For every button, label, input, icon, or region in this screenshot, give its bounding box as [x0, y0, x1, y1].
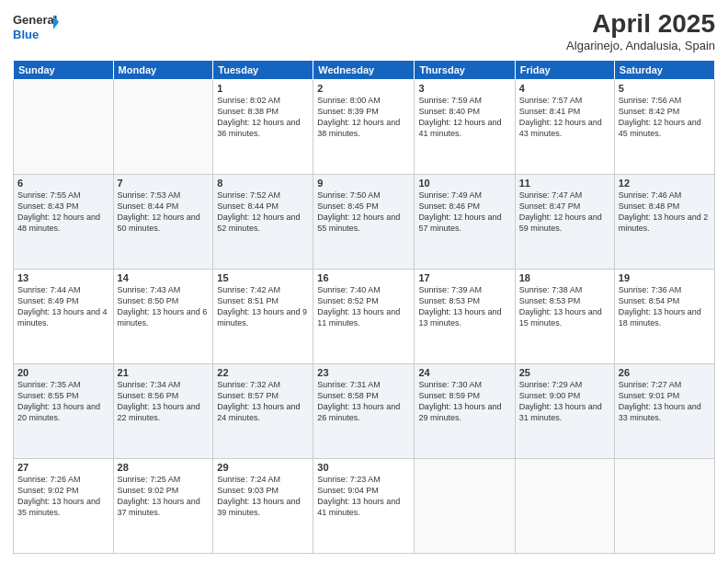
daylight-text: Daylight: 13 hours and 22 minutes.	[118, 402, 200, 422]
sunset-text: Sunset: 8:58 PM	[317, 391, 379, 400]
daylight-text: Daylight: 13 hours and 18 minutes.	[619, 307, 701, 327]
daylight-text: Daylight: 13 hours and 39 minutes.	[217, 497, 300, 517]
sunset-text: Sunset: 9:02 PM	[17, 486, 79, 495]
day-info: Sunrise: 8:00 AM Sunset: 8:39 PM Dayligh…	[317, 95, 410, 140]
daylight-text: Daylight: 13 hours and 37 minutes.	[118, 497, 200, 517]
daylight-text: Daylight: 12 hours and 57 minutes.	[418, 213, 501, 233]
day-info: Sunrise: 7:30 AM Sunset: 8:59 PM Dayligh…	[418, 379, 510, 424]
table-row: 4 Sunrise: 7:57 AM Sunset: 8:41 PM Dayli…	[515, 80, 614, 175]
sunrise-text: Sunrise: 7:29 AM	[519, 380, 583, 389]
day-number: 16	[317, 272, 410, 283]
calendar-week-row: 13 Sunrise: 7:44 AM Sunset: 8:49 PM Dayl…	[14, 270, 715, 364]
table-row: 19 Sunrise: 7:36 AM Sunset: 8:54 PM Dayl…	[614, 270, 714, 364]
day-info: Sunrise: 7:29 AM Sunset: 9:00 PM Dayligh…	[519, 379, 610, 424]
table-row: 12 Sunrise: 7:46 AM Sunset: 8:48 PM Dayl…	[614, 175, 714, 270]
day-number: 26	[619, 367, 711, 378]
day-info: Sunrise: 7:43 AM Sunset: 8:50 PM Dayligh…	[118, 284, 210, 329]
sunset-text: Sunset: 8:53 PM	[519, 296, 581, 305]
sunrise-text: Sunrise: 7:59 AM	[418, 96, 482, 105]
table-row: 2 Sunrise: 8:00 AM Sunset: 8:39 PM Dayli…	[313, 80, 415, 175]
day-number: 11	[519, 178, 610, 189]
table-row: 11 Sunrise: 7:47 AM Sunset: 8:47 PM Dayl…	[515, 175, 614, 270]
daylight-text: Daylight: 13 hours and 33 minutes.	[619, 402, 701, 422]
day-info: Sunrise: 7:35 AM Sunset: 8:55 PM Dayligh…	[17, 379, 109, 424]
table-row: 16 Sunrise: 7:40 AM Sunset: 8:52 PM Dayl…	[313, 270, 415, 364]
daylight-text: Daylight: 13 hours and 20 minutes.	[17, 402, 100, 422]
sunrise-text: Sunrise: 7:38 AM	[519, 285, 583, 294]
sunset-text: Sunset: 9:02 PM	[118, 486, 179, 495]
sunset-text: Sunset: 8:59 PM	[418, 391, 480, 400]
sunset-text: Sunset: 8:38 PM	[217, 107, 279, 116]
day-number: 29	[217, 462, 309, 473]
sunset-text: Sunset: 8:54 PM	[619, 296, 680, 305]
table-row: 26 Sunrise: 7:27 AM Sunset: 9:01 PM Dayl…	[614, 364, 714, 459]
sunrise-text: Sunrise: 7:57 AM	[519, 96, 583, 105]
daylight-text: Daylight: 13 hours and 35 minutes.	[17, 497, 100, 517]
table-row: 29 Sunrise: 7:24 AM Sunset: 9:03 PM Dayl…	[213, 459, 313, 554]
sunset-text: Sunset: 8:39 PM	[317, 107, 379, 116]
sunset-text: Sunset: 8:44 PM	[118, 201, 179, 211]
sunset-text: Sunset: 8:43 PM	[17, 201, 79, 211]
day-info: Sunrise: 7:57 AM Sunset: 8:41 PM Dayligh…	[519, 95, 610, 140]
table-row: 22 Sunrise: 7:32 AM Sunset: 8:57 PM Dayl…	[213, 364, 313, 459]
day-info: Sunrise: 7:25 AM Sunset: 9:02 PM Dayligh…	[118, 474, 210, 519]
sunset-text: Sunset: 8:40 PM	[418, 107, 480, 116]
svg-text:Blue: Blue	[13, 28, 39, 41]
day-number: 6	[17, 178, 109, 189]
sunset-text: Sunset: 9:04 PM	[317, 486, 379, 495]
sunrise-text: Sunrise: 7:32 AM	[217, 380, 280, 389]
sunrise-text: Sunrise: 7:34 AM	[118, 380, 181, 389]
sunrise-text: Sunrise: 7:56 AM	[619, 96, 682, 105]
table-row: 7 Sunrise: 7:53 AM Sunset: 8:44 PM Dayli…	[113, 175, 213, 270]
sunrise-text: Sunrise: 7:46 AM	[619, 190, 682, 200]
daylight-text: Daylight: 13 hours and 26 minutes.	[317, 402, 400, 422]
day-number: 20	[17, 367, 109, 378]
daylight-text: Daylight: 13 hours and 11 minutes.	[317, 307, 400, 327]
day-info: Sunrise: 7:59 AM Sunset: 8:40 PM Dayligh…	[418, 95, 510, 140]
sunset-text: Sunset: 8:50 PM	[118, 296, 179, 305]
col-thursday: Thursday	[415, 61, 515, 80]
daylight-text: Daylight: 12 hours and 43 minutes.	[519, 118, 602, 138]
day-number: 4	[519, 83, 610, 94]
sunset-text: Sunset: 9:03 PM	[217, 486, 279, 495]
calendar-week-row: 20 Sunrise: 7:35 AM Sunset: 8:55 PM Dayl…	[14, 364, 715, 459]
calendar-week-row: 6 Sunrise: 7:55 AM Sunset: 8:43 PM Dayli…	[14, 175, 715, 270]
day-number: 15	[217, 272, 309, 283]
sunrise-text: Sunrise: 7:25 AM	[118, 475, 181, 484]
table-row: 14 Sunrise: 7:43 AM Sunset: 8:50 PM Dayl…	[113, 270, 213, 364]
day-info: Sunrise: 7:53 AM Sunset: 8:44 PM Dayligh…	[118, 190, 210, 235]
sunrise-text: Sunrise: 8:00 AM	[317, 96, 381, 105]
daylight-text: Daylight: 12 hours and 41 minutes.	[418, 118, 501, 138]
day-info: Sunrise: 7:55 AM Sunset: 8:43 PM Dayligh…	[17, 190, 109, 235]
sunset-text: Sunset: 8:51 PM	[217, 296, 279, 305]
table-row: 5 Sunrise: 7:56 AM Sunset: 8:42 PM Dayli…	[614, 80, 714, 175]
sunrise-text: Sunrise: 7:27 AM	[619, 380, 682, 389]
daylight-text: Daylight: 13 hours and 29 minutes.	[418, 402, 501, 422]
day-info: Sunrise: 7:34 AM Sunset: 8:56 PM Dayligh…	[118, 379, 210, 424]
day-info: Sunrise: 7:23 AM Sunset: 9:04 PM Dayligh…	[317, 474, 410, 519]
sunset-text: Sunset: 9:00 PM	[519, 391, 581, 400]
sunrise-text: Sunrise: 7:49 AM	[418, 190, 482, 200]
day-info: Sunrise: 7:38 AM Sunset: 8:53 PM Dayligh…	[519, 284, 610, 329]
day-info: Sunrise: 7:31 AM Sunset: 8:58 PM Dayligh…	[317, 379, 410, 424]
day-info: Sunrise: 7:46 AM Sunset: 8:48 PM Dayligh…	[619, 190, 711, 235]
calendar: Sunday Monday Tuesday Wednesday Thursday…	[13, 60, 715, 554]
table-row: 6 Sunrise: 7:55 AM Sunset: 8:43 PM Dayli…	[14, 175, 114, 270]
table-row: 30 Sunrise: 7:23 AM Sunset: 9:04 PM Dayl…	[313, 459, 415, 554]
table-row: 24 Sunrise: 7:30 AM Sunset: 8:59 PM Dayl…	[415, 364, 515, 459]
day-info: Sunrise: 7:47 AM Sunset: 8:47 PM Dayligh…	[519, 190, 610, 235]
sunrise-text: Sunrise: 7:23 AM	[317, 475, 381, 484]
table-row: 13 Sunrise: 7:44 AM Sunset: 8:49 PM Dayl…	[14, 270, 114, 364]
day-number: 24	[418, 367, 510, 378]
sunset-text: Sunset: 8:46 PM	[418, 201, 480, 211]
day-number: 27	[17, 462, 109, 473]
daylight-text: Daylight: 12 hours and 36 minutes.	[217, 118, 300, 138]
table-row: 18 Sunrise: 7:38 AM Sunset: 8:53 PM Dayl…	[515, 270, 614, 364]
table-row: 1 Sunrise: 8:02 AM Sunset: 8:38 PM Dayli…	[213, 80, 313, 175]
daylight-text: Daylight: 13 hours and 41 minutes.	[317, 497, 400, 517]
sunset-text: Sunset: 8:45 PM	[317, 201, 379, 211]
day-number: 2	[317, 83, 410, 94]
table-row: 20 Sunrise: 7:35 AM Sunset: 8:55 PM Dayl…	[14, 364, 114, 459]
table-row: 3 Sunrise: 7:59 AM Sunset: 8:40 PM Dayli…	[415, 80, 515, 175]
page: General Blue April 2025 Algarinejo, Anda…	[0, 0, 728, 563]
